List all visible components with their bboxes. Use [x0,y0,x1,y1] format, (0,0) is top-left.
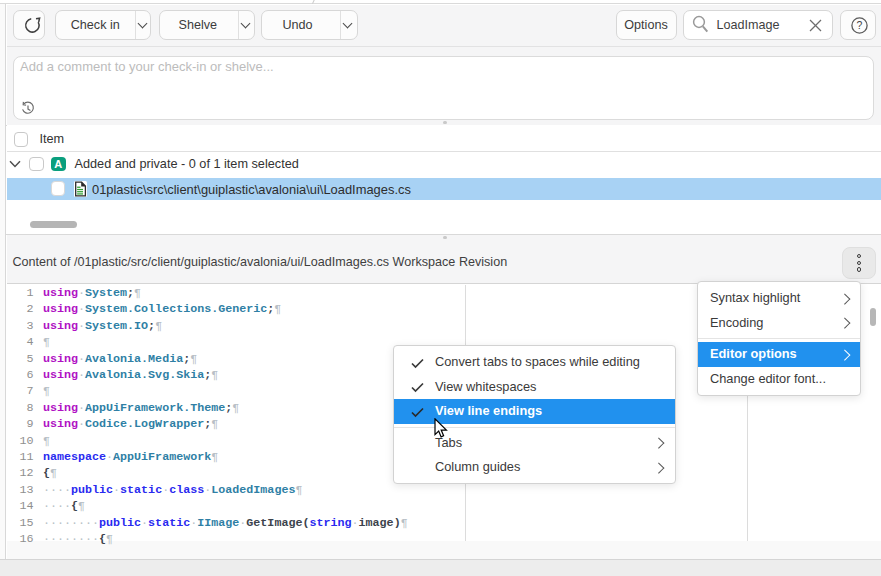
svg-text:?: ? [856,19,862,31]
